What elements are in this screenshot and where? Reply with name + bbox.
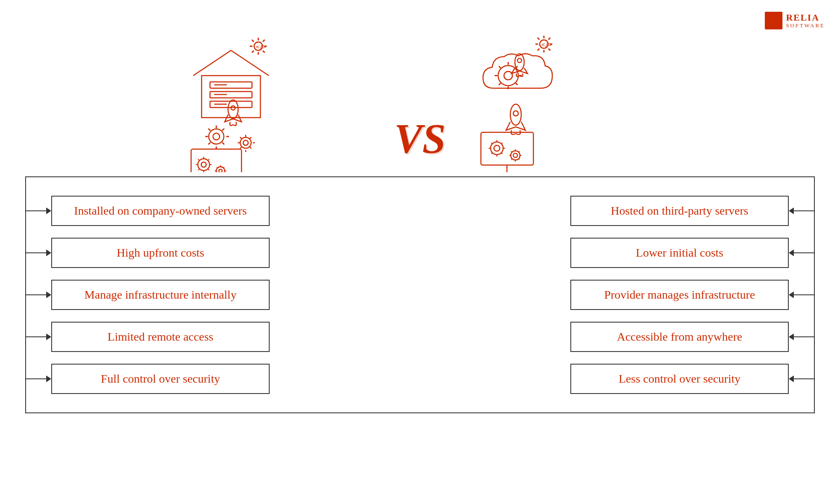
svg-point-28 — [504, 71, 512, 80]
arrowhead-5 — [46, 375, 51, 382]
arrowhead-r4 — [789, 333, 794, 340]
onpremise-icon: </> — [176, 29, 294, 172]
main-container: RELIA SOFTWARE </> — [0, 0, 840, 504]
svg-rect-18 — [191, 149, 242, 172]
svg-point-15 — [243, 140, 248, 145]
arrowhead-3 — [46, 291, 51, 298]
svg-text:</>: </> — [541, 41, 552, 48]
right-item-5: Less control over security — [420, 364, 814, 394]
left-arrow-3 — [25, 291, 51, 298]
arrowhead-r5 — [789, 375, 794, 382]
right-item-box-5: Less control over security — [570, 364, 789, 394]
left-item-3: Manage infrastructure internally — [26, 280, 420, 310]
svg-point-38 — [510, 104, 521, 125]
right-item-box-4: Accessible from anywhere — [570, 322, 789, 352]
right-item-box-2: Lower initial costs — [570, 238, 789, 268]
left-item-2: High upfront costs — [26, 238, 420, 268]
arrowhead-r1 — [789, 207, 794, 214]
connector-3 — [25, 294, 46, 296]
connector-r1 — [794, 210, 815, 212]
arrowhead-r2 — [789, 249, 794, 256]
arrowhead-r3 — [789, 291, 794, 298]
right-arrow-1 — [789, 207, 815, 214]
connector-2 — [25, 252, 46, 254]
right-item-2: Lower initial costs — [420, 238, 814, 268]
comparison-section: Installed on company-owned servers High … — [25, 176, 815, 413]
svg-point-30 — [517, 58, 522, 63]
right-item-3: Provider manages infrastructure — [420, 280, 814, 310]
svg-point-39 — [513, 111, 518, 116]
connector-r2 — [794, 252, 815, 254]
right-arrow-3 — [789, 291, 815, 298]
right-arrow-2 — [789, 249, 815, 256]
right-item-4: Accessible from anywhere — [420, 322, 814, 352]
right-column: Hosted on third-party servers Lower init… — [420, 176, 815, 413]
left-item-box-3: Manage infrastructure internally — [51, 280, 270, 310]
svg-point-21 — [198, 159, 210, 171]
svg-point-12 — [209, 129, 224, 144]
right-arrow-5 — [789, 375, 815, 382]
connector-1 — [25, 210, 46, 212]
left-item-box-1: Installed on company-owned servers — [51, 196, 270, 226]
arrowhead-2 — [46, 249, 51, 256]
left-item-box-2: High upfront costs — [51, 238, 270, 268]
connector-r4 — [794, 336, 815, 338]
svg-point-24 — [219, 169, 222, 172]
left-item-box-5: Full control over security — [51, 364, 270, 394]
right-item-box-3: Provider manages infrastructure — [570, 280, 789, 310]
svg-point-16 — [228, 100, 238, 118]
cloud-icon: </> — [462, 29, 580, 172]
arrowhead-4 — [46, 333, 51, 340]
left-arrow-5 — [25, 375, 51, 382]
svg-point-14 — [240, 137, 251, 148]
connector-r5 — [794, 378, 815, 380]
left-item-box-4: Limited remote access — [51, 322, 270, 352]
left-item-4: Limited remote access — [26, 322, 420, 352]
left-arrow-4 — [25, 333, 51, 340]
connector-r3 — [794, 294, 815, 296]
icons-row: </> — [25, 13, 815, 172]
svg-point-22 — [201, 162, 206, 167]
connector-5 — [25, 378, 46, 380]
right-arrow-4 — [789, 333, 815, 340]
svg-text:</>: </> — [256, 43, 266, 50]
left-arrow-2 — [25, 249, 51, 256]
svg-point-27 — [498, 66, 518, 86]
svg-point-37 — [513, 153, 517, 158]
left-item-1: Installed on company-owned servers — [26, 196, 420, 226]
right-item-box-1: Hosted on third-party servers — [570, 196, 789, 226]
left-item-5: Full control over security — [26, 364, 420, 394]
svg-point-35 — [494, 145, 500, 151]
left-column: Installed on company-owned servers High … — [25, 176, 420, 413]
right-item-1: Hosted on third-party servers — [420, 196, 814, 226]
left-arrow-1 — [25, 207, 51, 214]
arrowhead-1 — [46, 207, 51, 214]
svg-point-13 — [213, 133, 220, 140]
connector-4 — [25, 336, 46, 338]
vs-label: VS — [394, 118, 446, 160]
